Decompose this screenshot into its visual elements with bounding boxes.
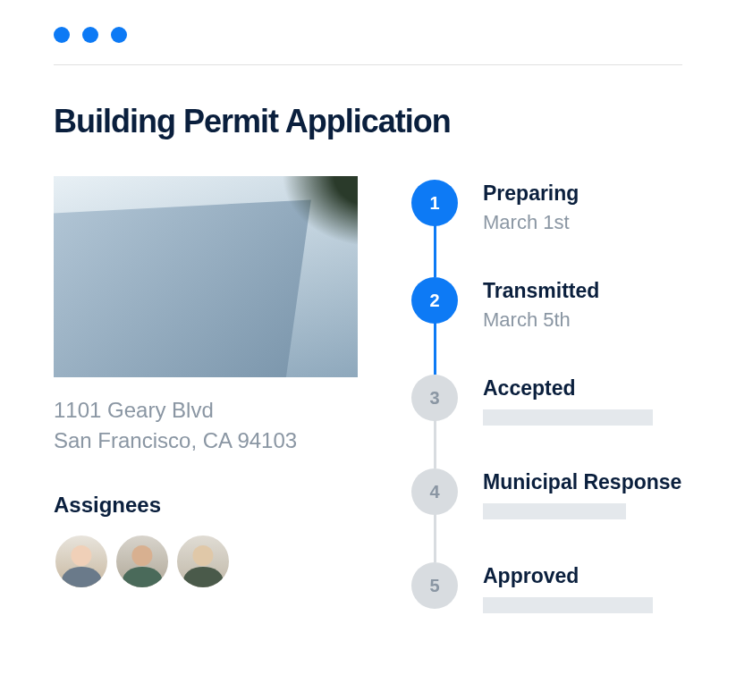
status-timeline: 1 Preparing March 1st 2 Transmitted Marc…: [411, 180, 682, 613]
step-number-badge: 1: [411, 180, 458, 226]
page-title: Building Permit Application: [54, 103, 682, 140]
timeline-connector: [434, 322, 436, 375]
step-number-badge: 4: [411, 468, 458, 515]
step-number-badge: 2: [411, 277, 458, 324]
window-dot: [82, 27, 98, 43]
step-content: Transmitted March 5th: [483, 277, 599, 332]
step-content: Municipal Response: [483, 468, 681, 519]
date-placeholder: [483, 503, 626, 519]
step-content: Accepted: [483, 375, 653, 426]
assignee-avatar[interactable]: [54, 534, 109, 589]
step-date: March 5th: [483, 308, 599, 332]
building-photo: [54, 176, 358, 377]
window-controls: [54, 27, 682, 43]
timeline-connector: [434, 419, 436, 468]
step-date: March 1st: [483, 211, 579, 234]
timeline-step-preparing: 1 Preparing March 1st: [411, 180, 682, 277]
timeline-connector: [434, 513, 436, 562]
address-line2: San Francisco, CA 94103: [54, 426, 358, 456]
timeline-step-approved: 5 Approved: [411, 562, 682, 613]
step-content: Approved: [483, 562, 653, 613]
timeline-step-accepted: 3 Accepted: [411, 375, 682, 468]
step-title: Transmitted: [483, 279, 599, 303]
timeline-connector: [434, 224, 436, 277]
assignees-list: [54, 534, 358, 589]
left-column: 1101 Geary Blvd San Francisco, CA 94103 …: [54, 176, 358, 613]
address-line1: 1101 Geary Blvd: [54, 395, 358, 426]
divider: [54, 64, 682, 65]
step-number-badge: 5: [411, 562, 458, 609]
property-address: 1101 Geary Blvd San Francisco, CA 94103: [54, 395, 358, 455]
date-placeholder: [483, 597, 653, 613]
content-area: 1101 Geary Blvd San Francisco, CA 94103 …: [54, 176, 682, 613]
step-number-badge: 3: [411, 375, 458, 421]
assignee-avatar[interactable]: [175, 534, 231, 589]
step-title: Approved: [483, 564, 653, 588]
assignee-avatar[interactable]: [114, 534, 170, 589]
timeline-step-transmitted: 2 Transmitted March 5th: [411, 277, 682, 375]
window-dot: [54, 27, 70, 43]
window-dot: [111, 27, 127, 43]
assignees-label: Assignees: [54, 493, 358, 518]
date-placeholder: [483, 409, 653, 426]
right-column: 1 Preparing March 1st 2 Transmitted Marc…: [411, 176, 682, 613]
step-title: Preparing: [483, 181, 579, 206]
step-title: Municipal Response: [483, 470, 681, 494]
step-content: Preparing March 1st: [483, 180, 579, 234]
step-title: Accepted: [483, 376, 653, 401]
timeline-step-municipal: 4 Municipal Response: [411, 468, 682, 562]
